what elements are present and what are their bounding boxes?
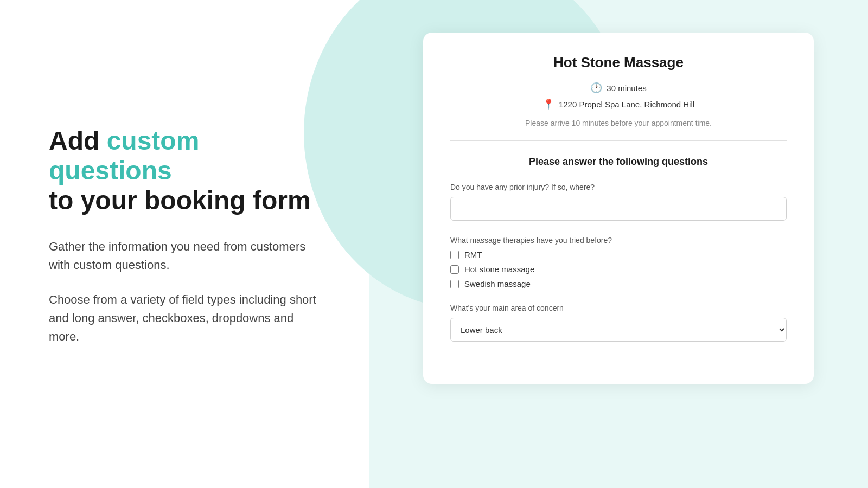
location-icon: 📍: [542, 98, 554, 110]
checkbox-hot-stone-label: Hot stone massage: [464, 265, 534, 274]
location-meta: 📍 1220 Propel Spa Lane, Richmond Hill: [542, 98, 694, 110]
checkbox-rmt-input[interactable]: [450, 251, 459, 259]
main-headline: Add custom questions to your booking for…: [49, 126, 320, 216]
checkbox-swedish-input[interactable]: [450, 280, 459, 288]
questions-section-title: Please answer the following questions: [450, 156, 787, 168]
question-1-input[interactable]: [450, 197, 787, 221]
body-text-2: Choose from a variety of field types inc…: [49, 291, 320, 346]
checkbox-swedish[interactable]: Swedish massage: [450, 279, 787, 288]
checkbox-rmt-label: RMT: [464, 250, 482, 259]
duration-label: 30 minutes: [607, 84, 646, 93]
clock-icon: 🕐: [590, 82, 602, 94]
service-meta: 🕐 30 minutes 📍 1220 Propel Spa Lane, Ric…: [450, 82, 787, 110]
question-3-select[interactable]: Lower back Neck Shoulders Upper back Leg…: [450, 318, 787, 342]
checkbox-rmt[interactable]: RMT: [450, 250, 787, 259]
checkbox-group: RMT Hot stone massage Swedish massage: [450, 250, 787, 288]
question-3-label: What's your main area of concern: [450, 304, 787, 312]
booking-form-card: Hot Stone Massage 🕐 30 minutes 📍 1220 Pr…: [423, 33, 814, 384]
headline-static-text: Add: [49, 126, 107, 155]
service-title: Hot Stone Massage: [450, 54, 787, 71]
question-2-label: What massage therapies have you tried be…: [450, 236, 787, 245]
location-label: 1220 Propel Spa Lane, Richmond Hill: [559, 100, 694, 109]
question-2-group: What massage therapies have you tried be…: [450, 236, 787, 288]
duration-meta: 🕐 30 minutes: [590, 82, 646, 94]
section-divider: [450, 140, 787, 141]
question-1-label: Do you have any prior injury? If so, whe…: [450, 183, 787, 191]
question-3-group: What's your main area of concern Lower b…: [450, 304, 787, 342]
arrival-note: Please arrive 10 minutes before your app…: [450, 119, 787, 127]
question-1-group: Do you have any prior injury? If so, whe…: [450, 183, 787, 221]
right-panel: Hot Stone Massage 🕐 30 minutes 📍 1220 Pr…: [369, 0, 868, 488]
checkbox-swedish-label: Swedish massage: [464, 279, 531, 288]
checkbox-hot-stone[interactable]: Hot stone massage: [450, 265, 787, 274]
headline-end-text: to your booking form: [49, 186, 311, 215]
checkbox-hot-stone-input[interactable]: [450, 265, 459, 274]
body-text-1: Gather the information you need from cus…: [49, 237, 320, 274]
